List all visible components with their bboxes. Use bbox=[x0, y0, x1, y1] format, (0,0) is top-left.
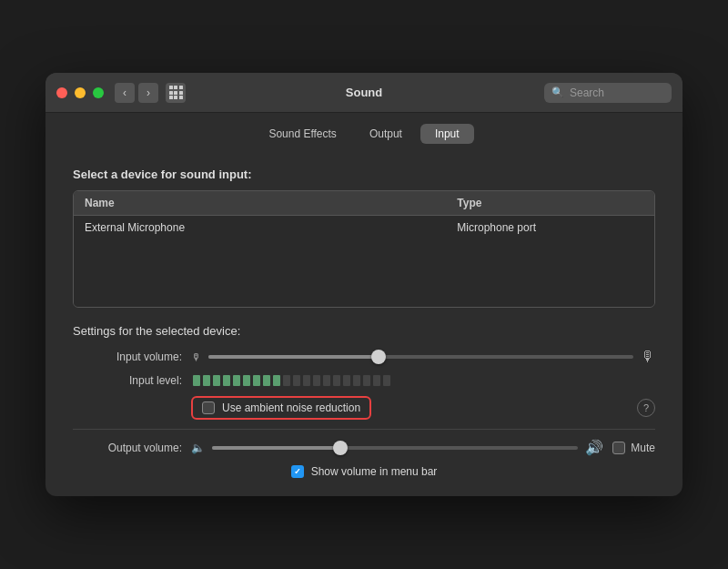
level-meter bbox=[193, 375, 655, 386]
output-volume-row: Output volume: 🔈 🔊 Mute bbox=[73, 439, 655, 456]
close-button[interactable] bbox=[56, 87, 67, 98]
table-body: External Microphone Microphone port bbox=[74, 216, 654, 307]
speaker-small-icon: 🔈 bbox=[191, 442, 205, 454]
grid-icon bbox=[169, 86, 183, 99]
level-bar-12 bbox=[303, 375, 310, 386]
device-table: Name Type External Microphone Microphone… bbox=[73, 190, 655, 308]
show-volume-checkbox[interactable]: ✓ bbox=[291, 465, 304, 478]
mute-section: Mute bbox=[612, 442, 655, 454]
mic-small-icon: 🎙 bbox=[191, 351, 201, 362]
level-bar-18 bbox=[363, 375, 370, 386]
noise-reduction-checkbox[interactable] bbox=[202, 401, 215, 414]
mute-checkbox[interactable] bbox=[612, 442, 625, 454]
traffic-lights bbox=[56, 87, 104, 98]
mute-label: Mute bbox=[631, 442, 655, 454]
level-bar-17 bbox=[353, 375, 360, 386]
level-bar-13 bbox=[313, 375, 320, 386]
level-bar-11 bbox=[293, 375, 300, 386]
tab-sound-effects[interactable]: Sound Effects bbox=[254, 124, 351, 144]
back-arrow-icon: ‹ bbox=[123, 86, 126, 99]
minimize-button[interactable] bbox=[75, 87, 86, 98]
forward-arrow-icon: › bbox=[147, 86, 150, 99]
tab-output[interactable]: Output bbox=[355, 124, 417, 144]
checkmark-icon: ✓ bbox=[294, 467, 301, 476]
maximize-button[interactable] bbox=[93, 87, 104, 98]
level-bar-2 bbox=[203, 375, 210, 386]
input-level-label: Input level: bbox=[73, 374, 182, 387]
table-row[interactable]: External Microphone Microphone port bbox=[74, 216, 654, 239]
level-bar-5 bbox=[233, 375, 240, 386]
search-input[interactable] bbox=[570, 86, 664, 99]
noise-reduction-row: Use ambient noise reduction ? bbox=[73, 396, 655, 420]
search-bar[interactable]: 🔍 bbox=[544, 83, 672, 103]
device-section-title: Select a device for sound input: bbox=[73, 168, 655, 181]
level-bar-4 bbox=[223, 375, 230, 386]
forward-button[interactable]: › bbox=[138, 83, 158, 103]
search-icon: 🔍 bbox=[551, 86, 564, 98]
output-volume-track[interactable] bbox=[212, 446, 578, 450]
input-volume-row: Input volume: 🎙 🎙 bbox=[73, 349, 655, 365]
col-type-header: Type bbox=[457, 197, 643, 209]
output-volume-slider-container: 🔈 🔊 bbox=[191, 439, 603, 456]
titlebar: ‹ › Sound 🔍 bbox=[46, 73, 682, 113]
level-bar-14 bbox=[323, 375, 330, 386]
level-bar-9 bbox=[273, 375, 280, 386]
level-bar-3 bbox=[213, 375, 220, 386]
noise-reduction-label: Use ambient noise reduction bbox=[222, 401, 360, 414]
app-window: ‹ › Sound 🔍 Sound Effects Output Input S… bbox=[46, 73, 682, 496]
input-volume-label: Input volume: bbox=[73, 351, 182, 363]
input-volume-track[interactable] bbox=[208, 355, 633, 359]
level-bar-20 bbox=[383, 375, 390, 386]
settings-label: Settings for the selected device: bbox=[73, 324, 655, 338]
mic-large-icon: 🎙 bbox=[641, 349, 655, 365]
device-name: External Microphone bbox=[85, 221, 457, 234]
divider bbox=[73, 429, 655, 430]
level-bar-15 bbox=[333, 375, 340, 386]
content-area: Select a device for sound input: Name Ty… bbox=[46, 153, 682, 496]
help-icon: ? bbox=[643, 402, 649, 413]
nav-buttons: ‹ › bbox=[115, 83, 158, 103]
level-bar-8 bbox=[263, 375, 270, 386]
col-name-header: Name bbox=[85, 197, 457, 209]
settings-section: Settings for the selected device: Input … bbox=[73, 324, 655, 478]
tabbar: Sound Effects Output Input bbox=[46, 113, 682, 153]
level-bar-19 bbox=[373, 375, 380, 386]
input-volume-slider-container: 🎙 🎙 bbox=[191, 349, 655, 365]
show-volume-row: ✓ Show volume in menu bar bbox=[73, 465, 655, 478]
back-button[interactable]: ‹ bbox=[115, 83, 135, 103]
noise-reduction-highlight: Use ambient noise reduction bbox=[191, 396, 371, 420]
level-bar-10 bbox=[283, 375, 290, 386]
input-level-row: Input level: bbox=[73, 374, 655, 387]
level-bar-7 bbox=[253, 375, 260, 386]
output-volume-label: Output volume: bbox=[73, 442, 182, 454]
grid-view-button[interactable] bbox=[166, 83, 186, 103]
speaker-large-icon: 🔊 bbox=[585, 439, 603, 456]
window-title: Sound bbox=[346, 86, 382, 99]
level-bar-1 bbox=[193, 375, 200, 386]
level-bar-16 bbox=[343, 375, 350, 386]
table-header: Name Type bbox=[74, 191, 654, 216]
tab-input[interactable]: Input bbox=[420, 124, 474, 144]
device-type: Microphone port bbox=[457, 221, 643, 234]
show-volume-label: Show volume in menu bar bbox=[311, 465, 438, 478]
help-button[interactable]: ? bbox=[637, 399, 655, 417]
level-bar-6 bbox=[243, 375, 250, 386]
